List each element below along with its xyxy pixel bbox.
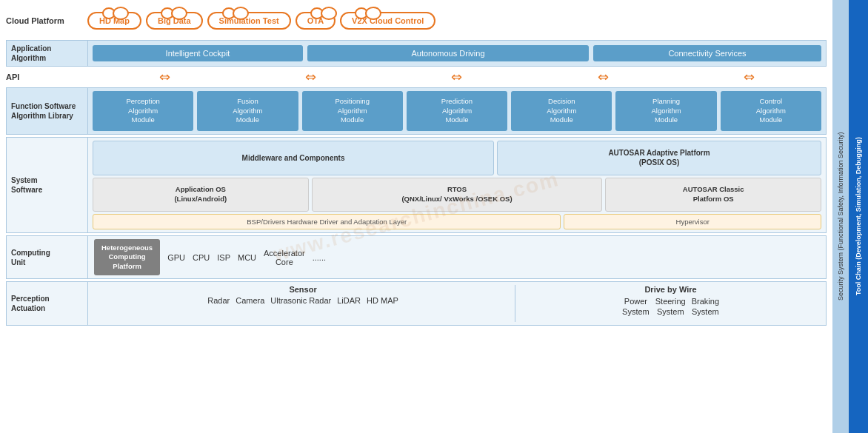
sidebar-security: Security System (Functional Safety, Info… <box>832 0 849 433</box>
api-arrows: ⇔ ⇔ ⇔ ⇔ ⇔ <box>87 69 827 85</box>
braking-system-item: BrakingSystem <box>692 296 719 318</box>
autosar-adaptive-box: AUTOSAR Adaptive Platform(POSIX OS) <box>497 141 821 175</box>
api-row: API ⇔ ⇔ ⇔ ⇔ ⇔ <box>6 69 827 85</box>
app-os-box: Application OS(Linux/Android) <box>93 178 309 212</box>
api-label: API <box>6 72 87 82</box>
mcu-item: MCU <box>238 253 256 262</box>
fusion-algo-box: FusionAlgorithmModule <box>197 91 298 131</box>
radar-item: Radar <box>207 296 230 305</box>
app-algo-row: ApplicationAlgorithm Intelligent Cockpit… <box>6 40 827 67</box>
intelligent-cockpit-box: Intelligent Cockpit <box>93 45 303 61</box>
main-content: Cloud Platform HD Map Big Data Simulatio… <box>0 0 832 433</box>
more-items: ...... <box>313 253 326 262</box>
arrow-2: ⇔ <box>305 69 316 85</box>
steering-system-item: SteeringSystem <box>655 296 686 318</box>
sensor-items: Radar Camera Ultrasonic Radar LiDAR HD M… <box>94 296 512 305</box>
camera-item: Camera <box>236 296 264 305</box>
sensor-label: Sensor <box>94 285 512 294</box>
positioning-algo-box: PositioningAlgorithmModule <box>302 91 403 131</box>
arrow-4: ⇔ <box>598 69 609 85</box>
system-content: Middleware and Components AUTOSAR Adapti… <box>88 138 826 232</box>
prediction-algo-box: PredictionAlgorithmModule <box>407 91 507 131</box>
app-algo-label: ApplicationAlgorithm <box>7 41 88 66</box>
func-software-label: Function SoftwareAlgorithm Library <box>7 88 88 134</box>
autonomous-driving-box: Autonomous Driving <box>307 45 589 61</box>
planning-algo-box: PlanningAlgorithmModule <box>615 91 716 131</box>
control-algo-box: ControlAlgorithmModule <box>721 91 821 131</box>
system-software-label: SystemSoftware <box>7 138 88 232</box>
perception-actuation-label: PerceptionActuation <box>7 282 88 325</box>
cpu-item: CPU <box>193 253 210 262</box>
system-bottom-row: BSP/Drivers Hardware Driver and Adaptati… <box>93 214 821 229</box>
perception-content: Sensor Radar Camera Ultrasonic Radar LiD… <box>88 282 826 325</box>
drive-label: Drive by Wire <box>521 285 820 294</box>
decision-algo-box: DecisionAlgorithmModule <box>511 91 612 131</box>
hypervisor-box: Hypervisor <box>564 214 821 229</box>
sidebar-toolchain: Tool Chain (Development, Simulation, Deb… <box>849 0 868 433</box>
arrow-3: ⇔ <box>451 69 462 85</box>
sensor-group: Sensor Radar Camera Ultrasonic Radar LiD… <box>94 285 512 322</box>
arrow-5: ⇔ <box>744 69 755 85</box>
accelerator-item: AcceleratorCore <box>264 249 305 266</box>
gpu-item: GPU <box>167 253 185 262</box>
cloud-bigdata: Big Data <box>146 12 203 30</box>
perception-algo-box: PerceptionAlgorithmModule <box>93 91 193 131</box>
cloud-platform-row: Cloud Platform HD Map Big Data Simulatio… <box>6 4 827 37</box>
ultrasonic-item: Ultrasonic Radar <box>270 296 331 305</box>
system-software-row: SystemSoftware Middleware and Components… <box>6 137 827 233</box>
drive-items: PowerSystem SteeringSystem BrakingSystem <box>521 296 820 318</box>
computing-items: HeterogeneousComputingPlatform GPU CPU I… <box>88 236 826 278</box>
arrow-1: ⇔ <box>159 69 170 85</box>
rtos-box: RTOS(QNX/Linux/ VxWorks /OSEK OS) <box>312 178 603 212</box>
perception-actuation-row: PerceptionActuation Sensor Radar Camera … <box>6 281 827 326</box>
power-system-item: PowerSystem <box>622 296 650 318</box>
autosar-classic-box: AUTOSAR ClassicPlatform OS <box>605 178 821 212</box>
computing-unit-label: ComputingUnit <box>7 236 88 278</box>
cloud-hdmap: HD Map <box>87 12 141 30</box>
lidar-item: LiDAR <box>337 296 361 305</box>
system-mid-row: Application OS(Linux/Android) RTOS(QNX/L… <box>93 178 821 212</box>
connectivity-services-box: Connectivity Services <box>593 45 821 61</box>
isp-item: ISP <box>217 253 230 262</box>
hetero-computing-box: HeterogeneousComputingPlatform <box>94 239 160 275</box>
cloud-v2x: V2X Cloud Control <box>340 12 435 30</box>
cloud-simtest: Simulation Test <box>207 12 291 30</box>
cloud-ota: OTA <box>296 12 335 30</box>
func-items: PerceptionAlgorithmModule FusionAlgorith… <box>88 88 826 134</box>
system-top-row: Middleware and Components AUTOSAR Adapti… <box>93 141 821 175</box>
right-sidebar: Security System (Functional Safety, Info… <box>832 0 868 433</box>
computing-unit-row: ComputingUnit HeterogeneousComputingPlat… <box>6 235 827 279</box>
func-software-row: Function SoftwareAlgorithm Library Perce… <box>6 87 827 135</box>
app-algo-items: Intelligent Cockpit Autonomous Driving C… <box>88 41 826 66</box>
cloud-platform-label: Cloud Platform <box>6 16 87 26</box>
drive-group: Drive by Wire PowerSystem SteeringSystem… <box>515 285 820 322</box>
middleware-box: Middleware and Components <box>93 141 494 175</box>
bsp-box: BSP/Drivers Hardware Driver and Adaptati… <box>93 214 561 229</box>
cloud-items: HD Map Big Data Simulation Test OTA V2X … <box>87 12 827 30</box>
hdmap-item: HD MAP <box>367 296 398 305</box>
